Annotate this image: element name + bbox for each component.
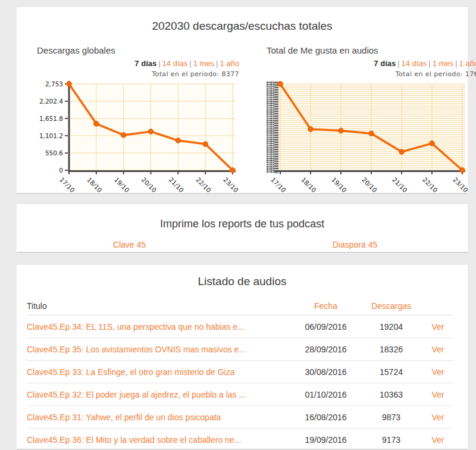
view-link[interactable]: Ver bbox=[422, 367, 453, 377]
period-tab-1-mes[interactable]: 1 mes bbox=[193, 59, 214, 68]
report-link-clave45[interactable]: Clave 45 bbox=[17, 240, 242, 249]
view-link[interactable]: Ver bbox=[422, 390, 453, 399]
audio-date: 06/09/2016 bbox=[292, 322, 360, 332]
svg-text:17/10: 17/10 bbox=[270, 176, 287, 194]
svg-text:19/10: 19/10 bbox=[330, 176, 348, 194]
period-tab-14-días[interactable]: 14 días bbox=[402, 59, 427, 68]
view-link[interactable]: Ver bbox=[422, 322, 453, 332]
reports-title: Imprime los reports de tus podcast bbox=[17, 217, 468, 230]
audio-title-link[interactable]: Clave45.Ep 35: Los avistamientos OVNIS m… bbox=[27, 345, 292, 354]
report-link-diaspora45[interactable]: Diaspora 45 bbox=[242, 240, 468, 249]
period-tab-1-año[interactable]: 1 año bbox=[220, 59, 239, 68]
period-separator: | bbox=[427, 59, 432, 68]
svg-text:22/10: 22/10 bbox=[421, 176, 439, 194]
svg-text:1,101.2: 1,101.2 bbox=[39, 132, 63, 139]
svg-text:19/10: 19/10 bbox=[113, 176, 131, 194]
period-separator: | bbox=[156, 59, 162, 68]
table-row: Clave45.Ep 34: EL 11S, una perspectiva q… bbox=[27, 315, 453, 338]
downloads-line-chart: 2,7532,202.41,651.81,101.2550.6017/1018/… bbox=[37, 80, 239, 196]
svg-text:21/10: 21/10 bbox=[391, 176, 409, 194]
column-header-downloads[interactable]: Descargas bbox=[360, 301, 422, 311]
table-row: Clave45.Ep 35: Los avistamientos OVNIS m… bbox=[27, 338, 453, 361]
table-row: Clave45.Ep 31: Yahwe, el perfil de un di… bbox=[27, 406, 453, 429]
period-tab-1-mes[interactable]: 1 mes bbox=[433, 59, 453, 68]
period-separator: | bbox=[187, 59, 193, 68]
view-link[interactable]: Ver bbox=[422, 412, 453, 422]
table-row: Clave45.Ep 33: La Esfinge, el otro gran … bbox=[27, 361, 453, 383]
svg-text:22/10: 22/10 bbox=[195, 176, 212, 194]
view-link[interactable]: Ver bbox=[422, 435, 453, 445]
likes-line-chart: 17/1018/1019/1020/1021/1022/1023/10 bbox=[267, 80, 476, 196]
audio-title-link[interactable]: Clave45.Ep 33: La Esfinge, el otro gran … bbox=[27, 367, 292, 377]
svg-text:18/10: 18/10 bbox=[86, 176, 104, 194]
table-row: Clave45.Ep 36: El Mito y la verdad sobre… bbox=[27, 429, 453, 450]
svg-text:2,202.4: 2,202.4 bbox=[39, 98, 63, 105]
audio-list-card: Listado de audios Titulo Fecha Descargas… bbox=[17, 265, 468, 450]
table-row: Clave45.Ep 32: El poder juega al ajedrez… bbox=[27, 383, 453, 406]
audio-title-link[interactable]: Clave45.Ep 34: EL 11S, una perspectiva q… bbox=[27, 322, 292, 332]
page-title: 202030 descargas/escuchas totales bbox=[17, 20, 468, 33]
svg-text:2,753: 2,753 bbox=[45, 80, 63, 88]
audio-list-title: Listado de audios bbox=[17, 274, 468, 289]
audio-table: Titulo Fecha Descargas Clave45.Ep 34: EL… bbox=[27, 297, 453, 450]
audio-title-link[interactable]: Clave45.Ep 31: Yahwe, el perfil de un di… bbox=[27, 412, 292, 422]
reports-links: Clave 45 Diaspora 45 bbox=[17, 240, 468, 249]
downloads-chart-block: Descargas globales 7 días|14 días|1 mes|… bbox=[37, 40, 239, 196]
downloads-total-label: Total en el periodo: 8377 bbox=[37, 70, 239, 79]
svg-text:20/10: 20/10 bbox=[140, 176, 158, 194]
stats-card: 202030 descargas/escuchas totales Descar… bbox=[17, 7, 468, 194]
svg-text:23/10: 23/10 bbox=[222, 176, 239, 194]
svg-text:1,651.8: 1,651.8 bbox=[39, 115, 63, 122]
svg-text:20/10: 20/10 bbox=[361, 176, 378, 194]
likes-period-selector: 7 días|14 días|1 mes|1 año bbox=[267, 59, 476, 68]
svg-text:18/10: 18/10 bbox=[300, 176, 318, 194]
svg-text:17/10: 17/10 bbox=[58, 176, 76, 194]
period-separator: | bbox=[396, 59, 401, 68]
audio-title-link[interactable]: Clave45.Ep 36: El Mito y la verdad sobre… bbox=[27, 435, 292, 445]
svg-text:0: 0 bbox=[59, 167, 63, 174]
audio-date: 16/08/2016 bbox=[292, 412, 360, 422]
column-header-title: Titulo bbox=[27, 301, 292, 311]
audio-downloads: 9173 bbox=[360, 435, 422, 445]
charts-row: Descargas globales 7 días|14 días|1 mes|… bbox=[17, 40, 468, 196]
period-tab-7-días[interactable]: 7 días bbox=[374, 59, 396, 68]
period-tab-1-año[interactable]: 1 año bbox=[459, 59, 476, 68]
period-tab-7-días[interactable]: 7 días bbox=[134, 59, 156, 68]
column-header-date[interactable]: Fecha bbox=[292, 301, 360, 311]
period-tab-14-días[interactable]: 14 días bbox=[162, 59, 188, 68]
audio-date: 19/09/2016 bbox=[292, 435, 360, 445]
audio-downloads: 15724 bbox=[360, 367, 422, 377]
audio-table-body: Clave45.Ep 34: EL 11S, una perspectiva q… bbox=[27, 315, 453, 450]
reports-card: Imprime los reports de tus podcast Clave… bbox=[17, 204, 468, 253]
likes-chart-block: Total de Me gusta en audios 7 días|14 dí… bbox=[267, 40, 476, 196]
svg-text:23/10: 23/10 bbox=[452, 176, 469, 194]
audio-downloads: 10363 bbox=[360, 390, 422, 399]
svg-text:21/10: 21/10 bbox=[168, 176, 186, 194]
downloads-period-selector: 7 días|14 días|1 mes|1 año bbox=[37, 59, 239, 68]
audio-title-link[interactable]: Clave45.Ep 32: El poder juega al ajedrez… bbox=[27, 390, 292, 399]
svg-text:550.6: 550.6 bbox=[45, 149, 63, 157]
audio-table-header: Titulo Fecha Descargas bbox=[27, 297, 453, 315]
view-link[interactable]: Ver bbox=[422, 345, 453, 354]
downloads-chart-title: Descargas globales bbox=[37, 45, 239, 57]
audio-date: 28/09/2016 bbox=[292, 345, 360, 354]
likes-chart-title: Total de Me gusta en audios bbox=[267, 45, 476, 57]
audio-date: 30/08/2016 bbox=[292, 367, 360, 377]
likes-total-label: Total en el periodo: 176 bbox=[267, 70, 476, 79]
audio-downloads: 18326 bbox=[360, 345, 422, 354]
audio-downloads: 9873 bbox=[360, 412, 422, 422]
audio-date: 01/10/2016 bbox=[292, 390, 360, 399]
audio-downloads: 19204 bbox=[360, 322, 422, 332]
